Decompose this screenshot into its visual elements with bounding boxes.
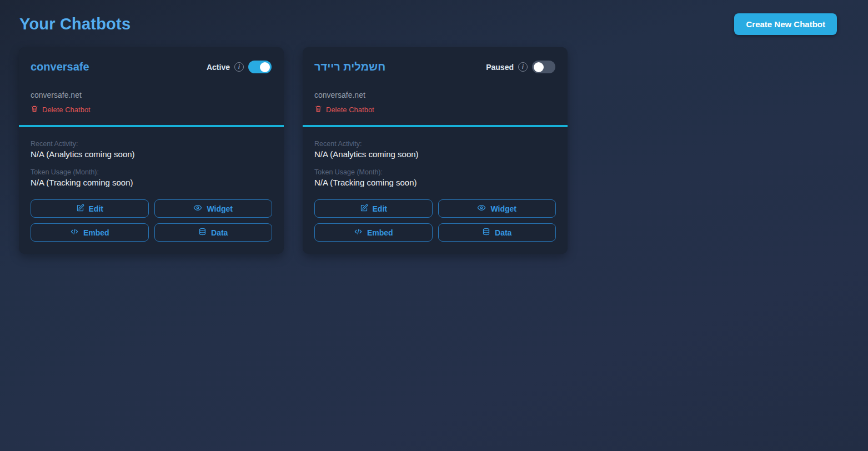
chatbot-domain: conversafe.net xyxy=(314,91,555,99)
status-label: Paused xyxy=(486,63,514,72)
code-icon xyxy=(70,227,79,238)
chatbot-card: conversafe Active i conversafe.net Delet… xyxy=(19,47,284,254)
create-new-chatbot-button[interactable]: Create New Chatbot xyxy=(734,13,837,35)
card-stats: Recent Activity: N/A (Analytics coming s… xyxy=(303,127,568,187)
toggle-knob xyxy=(260,62,270,72)
delete-chatbot-button[interactable]: Delete Chatbot xyxy=(314,105,374,125)
page-title: Your Chatbots xyxy=(19,15,131,33)
stat-value: N/A (Tracking coming soon) xyxy=(314,178,556,187)
status-control: Paused i xyxy=(486,61,555,73)
edit-button[interactable]: Edit xyxy=(31,199,149,218)
edit-button[interactable]: Edit xyxy=(314,199,433,218)
chatbot-cards-row: conversafe Active i conversafe.net Delet… xyxy=(19,47,868,254)
toggle-knob xyxy=(534,62,544,72)
embed-button[interactable]: Embed xyxy=(314,223,433,242)
chatbot-title: conversafe xyxy=(31,61,89,73)
chatbot-title: חשמלית ריידר xyxy=(314,61,385,73)
status-toggle[interactable] xyxy=(248,61,272,73)
widget-button-label: Widget xyxy=(490,204,516,213)
pencil-icon xyxy=(360,204,368,214)
edit-button-label: Edit xyxy=(89,204,103,213)
delete-chatbot-label: Delete Chatbot xyxy=(42,106,91,114)
card-actions: Edit Widget Embed Data xyxy=(303,187,568,254)
trash-icon xyxy=(314,105,322,114)
widget-button[interactable]: Widget xyxy=(438,199,556,218)
stat-label: Token Usage (Month): xyxy=(31,168,272,176)
code-icon xyxy=(354,227,363,238)
embed-button-label: Embed xyxy=(367,228,393,237)
info-icon[interactable]: i xyxy=(518,62,528,72)
eye-icon xyxy=(193,203,202,214)
data-button-label: Data xyxy=(211,228,228,237)
stat-label: Token Usage (Month): xyxy=(314,168,556,176)
stat-label: Recent Activity: xyxy=(31,140,272,148)
stat-value: N/A (Analytics coming soon) xyxy=(31,149,272,159)
stat-value: N/A (Analytics coming soon) xyxy=(314,149,556,159)
info-icon[interactable]: i xyxy=(234,62,244,72)
database-icon xyxy=(482,228,490,238)
page-header: Your Chatbots Create New Chatbot xyxy=(0,0,868,43)
card-actions: Edit Widget Embed Data xyxy=(19,187,284,254)
widget-button[interactable]: Widget xyxy=(154,199,273,218)
pencil-icon xyxy=(76,204,84,214)
delete-chatbot-button[interactable]: Delete Chatbot xyxy=(31,105,91,125)
data-button[interactable]: Data xyxy=(154,223,273,242)
widget-button-label: Widget xyxy=(207,204,233,213)
stat-label: Recent Activity: xyxy=(314,140,556,148)
edit-button-label: Edit xyxy=(373,204,387,213)
status-label: Active xyxy=(207,63,230,72)
data-button[interactable]: Data xyxy=(438,223,556,242)
stat-value: N/A (Tracking coming soon) xyxy=(31,178,272,187)
status-control: Active i xyxy=(207,61,272,73)
delete-chatbot-label: Delete Chatbot xyxy=(326,106,374,114)
chatbot-card: חשמלית ריידר Paused i conversafe.net Del… xyxy=(303,47,568,254)
data-button-label: Data xyxy=(495,228,511,237)
embed-button[interactable]: Embed xyxy=(31,223,149,242)
trash-icon xyxy=(31,105,38,114)
card-stats: Recent Activity: N/A (Analytics coming s… xyxy=(19,127,284,187)
embed-button-label: Embed xyxy=(83,228,109,237)
status-toggle[interactable] xyxy=(532,61,555,73)
database-icon xyxy=(198,228,207,238)
eye-icon xyxy=(477,203,486,214)
chatbot-domain: conversafe.net xyxy=(31,91,272,99)
